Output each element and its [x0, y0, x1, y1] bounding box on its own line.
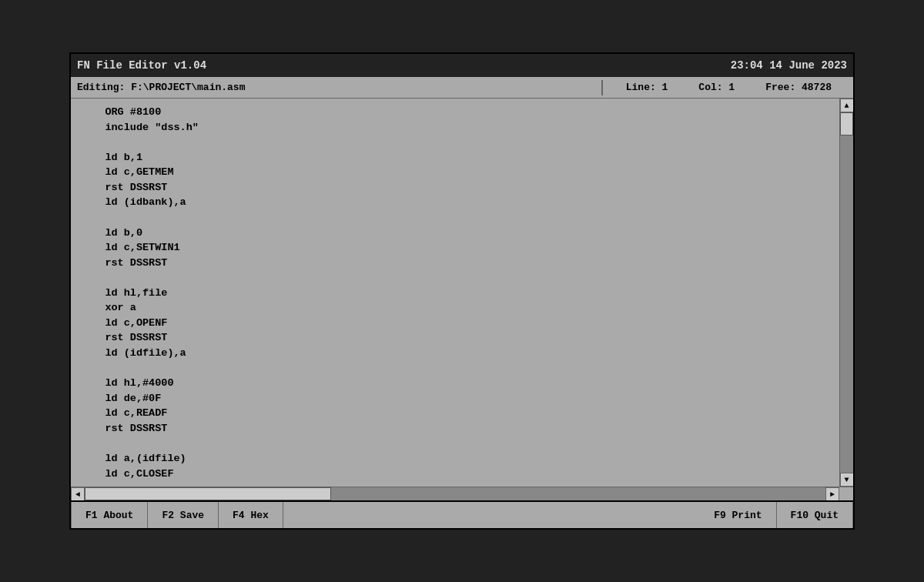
scroll-thumb-horizontal[interactable] — [85, 487, 331, 500]
datetime: 23:04 14 June 2023 — [731, 59, 847, 72]
free-info: Free: 48728 — [765, 82, 832, 93]
code-editor[interactable]: ORG #8100 include "dss.h" ld b,1 ld c,GE… — [71, 99, 839, 487]
horizontal-scrollbar-container: ◄ ► — [71, 487, 853, 500]
f1-about-button[interactable]: F1 About — [71, 502, 148, 528]
scroll-up-button[interactable]: ▲ — [840, 99, 854, 112]
vertical-scrollbar[interactable]: ▲ ▼ — [839, 99, 853, 487]
filename-label: Editing: F:\PROJECT\main.asm — [77, 82, 594, 93]
scroll-corner — [839, 487, 853, 501]
scroll-thumb-vertical[interactable] — [840, 112, 853, 135]
scroll-track-horizontal[interactable] — [85, 487, 825, 500]
editor-area: ORG #8100 include "dss.h" ld b,1 ld c,GE… — [71, 99, 853, 487]
status-bar: Editing: F:\PROJECT\main.asm Line: 1 Col… — [71, 77, 853, 99]
scroll-right-button[interactable]: ► — [825, 487, 839, 501]
col-info: Col: 1 — [698, 82, 735, 93]
f10-quit-button[interactable]: F10 Quit — [777, 502, 853, 528]
f2-save-button[interactable]: F2 Save — [148, 502, 219, 528]
line-info: Line: 1 — [626, 82, 668, 93]
toolbar-spacer — [283, 502, 700, 528]
scroll-track-vertical[interactable] — [840, 112, 853, 473]
editor-window: FN File Editor v1.04 23:04 14 June 2023 … — [69, 52, 855, 530]
status-divider — [601, 80, 603, 95]
code-text: ORG #8100 include "dss.h" ld b,1 ld c,GE… — [80, 105, 830, 481]
toolbar: F1 About F2 Save F4 Hex F9 Print F10 Qui… — [71, 500, 853, 528]
f4-hex-button[interactable]: F4 Hex — [219, 502, 283, 528]
scroll-down-button[interactable]: ▼ — [840, 473, 854, 487]
title-bar: FN File Editor v1.04 23:04 14 June 2023 — [71, 54, 853, 77]
f9-print-button[interactable]: F9 Print — [700, 502, 776, 528]
scroll-left-button[interactable]: ◄ — [71, 487, 85, 501]
window-title: FN File Editor v1.04 — [77, 59, 206, 72]
